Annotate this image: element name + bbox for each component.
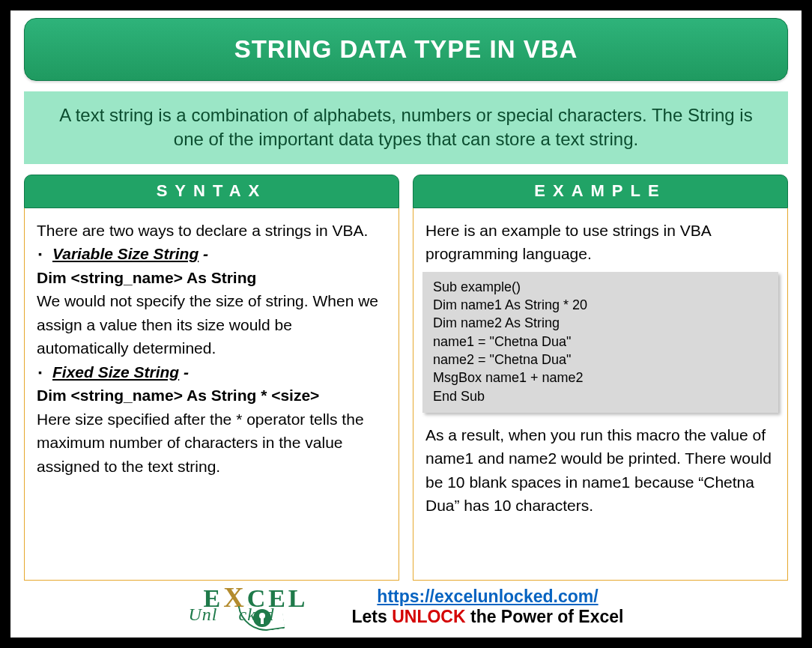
intro-description: A text string is a combination of alphab… (24, 91, 788, 164)
footer-url-link[interactable]: https://excelunlocked.com/ (377, 587, 598, 606)
footer-text: https://excelunlocked.com/ Lets UNLOCK t… (352, 587, 624, 627)
syntax-bullet-1: ▪ Variable Size String - (37, 242, 387, 266)
syntax-item1-code: Dim <string_name> As String (37, 266, 387, 290)
keyhole-icon (253, 609, 271, 627)
syntax-item2-desc: Here size specified after the * operator… (37, 408, 387, 479)
syntax-body: There are two ways to declare a strings … (24, 208, 399, 581)
syntax-item2-label: Fixed Size String (52, 363, 179, 381)
example-header: EXAMPLE (413, 175, 788, 208)
slogan-unlock: UNLOCK (392, 607, 465, 626)
syntax-bullet-2: ▪ Fixed Size String - (37, 360, 387, 384)
main-title: STRING DATA TYPE IN VBA (24, 18, 788, 81)
slogan-post: the Power of Excel (466, 607, 624, 626)
square-bullet-icon: ▪ (38, 246, 42, 262)
content-columns: SYNTAX There are two ways to declare a s… (24, 175, 788, 581)
example-result: As a result, when you run this macro the… (425, 423, 775, 518)
infographic-frame: STRING DATA TYPE IN VBA A text string is… (0, 0, 812, 648)
syntax-item2-dash: - (179, 363, 189, 381)
example-column: EXAMPLE Here is an example to use string… (413, 175, 788, 581)
syntax-item1-desc: We would not specify the size of string.… (37, 289, 387, 360)
syntax-item1-label: Variable Size String (52, 245, 199, 262)
syntax-column: SYNTAX There are two ways to declare a s… (24, 175, 399, 581)
footer-slogan: Lets UNLOCK the Power of Excel (352, 607, 624, 627)
slogan-pre: Lets (352, 607, 393, 626)
excel-unlocked-logo: EXCEL Unl cked (189, 582, 331, 632)
syntax-item1-dash: - (199, 245, 208, 262)
syntax-lead: There are two ways to declare a strings … (37, 219, 387, 243)
square-bullet-icon: ▪ (38, 365, 42, 381)
example-lead: Here is an example to use strings in VBA… (425, 219, 775, 266)
syntax-header: SYNTAX (24, 175, 399, 208)
syntax-item2-code: Dim <string_name> As String * <size> (37, 384, 387, 408)
example-code-block: Sub example() Dim name1 As String * 20 D… (422, 272, 778, 413)
example-body: Here is an example to use strings in VBA… (413, 208, 788, 581)
footer: EXCEL Unl cked https://excelunlocked.com… (24, 582, 788, 633)
logo-bottom-pre: Unl (189, 605, 218, 624)
